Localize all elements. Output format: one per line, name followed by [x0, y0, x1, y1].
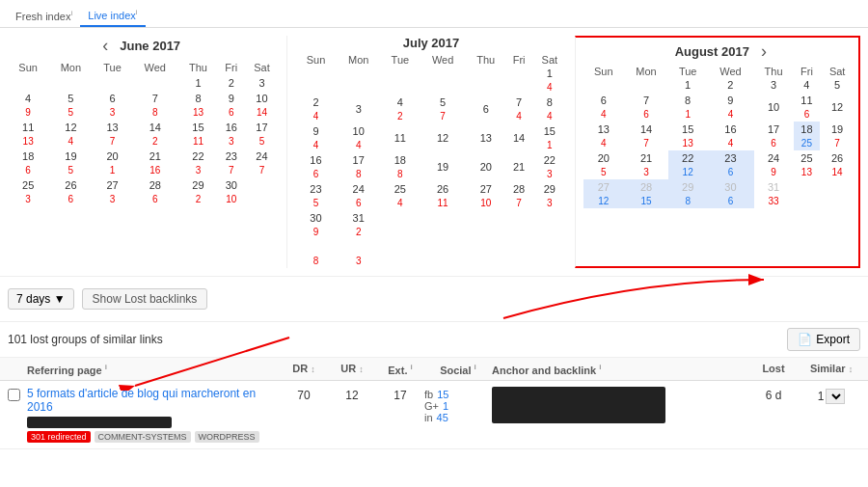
calendar-cell[interactable]: 2: [218, 75, 245, 91]
calendar-cell[interactable]: 6: [466, 95, 505, 123]
calendar-cell[interactable]: 24: [295, 95, 336, 123]
calendar-cell[interactable]: 2513: [794, 150, 821, 179]
calendar-cell[interactable]: 249: [754, 150, 794, 179]
calendar-cell[interactable]: 201: [94, 149, 132, 177]
calendar-cell[interactable]: 13: [466, 123, 505, 152]
calendar-cell[interactable]: 164: [707, 122, 753, 150]
calendar-cell[interactable]: 5: [820, 77, 854, 93]
next-month-btn[interactable]: ›: [757, 41, 771, 62]
export-btn[interactable]: 📄 Export: [787, 328, 860, 351]
calendar-cell[interactable]: 94: [707, 93, 753, 122]
calendar-cell[interactable]: 2116: [132, 149, 178, 177]
calendar-cell[interactable]: 20: [466, 152, 505, 181]
calendar-cell[interactable]: 266: [48, 177, 93, 206]
calendar-cell[interactable]: 287: [505, 181, 532, 210]
calendar-cell[interactable]: 94: [295, 123, 336, 152]
calendar-cell[interactable]: 1: [178, 75, 218, 91]
calendar-cell[interactable]: 104: [337, 123, 381, 152]
calendar-cell[interactable]: 235: [295, 181, 336, 210]
calendar-cell[interactable]: 236: [707, 150, 753, 179]
calendar-cell[interactable]: 2614: [820, 150, 854, 179]
calendar-cell[interactable]: 178: [337, 152, 381, 181]
calendar-cell[interactable]: 223: [532, 152, 567, 181]
calendar-cell[interactable]: 1513: [668, 122, 707, 150]
calendar-cell[interactable]: 237: [218, 149, 245, 177]
calendar-cell[interactable]: 3: [245, 75, 280, 91]
calendar-cell[interactable]: 223: [178, 149, 218, 177]
calendar-cell[interactable]: 254: [381, 181, 420, 210]
calendar-cell[interactable]: 11: [381, 123, 420, 152]
calendar-cell[interactable]: 309: [295, 210, 336, 239]
calendar-cell[interactable]: 1: [668, 77, 707, 93]
calendar-cell[interactable]: 55: [48, 91, 93, 120]
calendar-cell[interactable]: 253: [8, 177, 48, 206]
calendar-cell[interactable]: 10: [754, 93, 794, 122]
calendar-cell[interactable]: 63: [94, 91, 132, 120]
calendar-cell[interactable]: 3010: [218, 177, 245, 206]
calendar-cell[interactable]: 2212: [668, 150, 707, 179]
calendar-cell[interactable]: 116: [794, 93, 821, 122]
calendar-cell[interactable]: 813: [178, 91, 218, 120]
calendar-cell[interactable]: 2712: [583, 179, 624, 208]
calendar-cell[interactable]: 57: [420, 95, 466, 123]
calendar-cell[interactable]: 1014: [245, 91, 280, 120]
calendar-cell[interactable]: 4: [794, 77, 821, 93]
row-checkbox[interactable]: [8, 387, 27, 404]
calendar-cell[interactable]: 74: [505, 95, 532, 123]
calendar-cell[interactable]: 21: [505, 152, 532, 181]
col-ur-header[interactable]: UR ↕: [328, 363, 376, 374]
calendar-cell[interactable]: 96: [218, 91, 245, 120]
calendar-cell[interactable]: 306: [707, 179, 753, 208]
show-lost-btn[interactable]: Show Lost backlinks: [82, 288, 208, 310]
calendar-cell[interactable]: 3: [337, 239, 381, 268]
col-anchor-header[interactable]: Anchor and backlink i: [492, 363, 745, 376]
calendar-cell[interactable]: 2815: [624, 179, 668, 208]
calendar-cell[interactable]: 2710: [466, 181, 505, 210]
calendar-cell[interactable]: 197: [820, 122, 854, 150]
calendar-cell[interactable]: 176: [754, 122, 794, 150]
calendar-cell[interactable]: 1825: [794, 122, 821, 150]
calendar-cell[interactable]: 42: [381, 95, 420, 123]
calendar-cell[interactable]: 137: [94, 120, 132, 149]
calendar-cell[interactable]: 142: [132, 120, 178, 149]
row-title[interactable]: 5 formats d'article de blog qui marchero…: [27, 387, 280, 414]
calendar-cell[interactable]: 147: [624, 122, 668, 150]
calendar-cell[interactable]: 134: [583, 122, 624, 150]
calendar-cell[interactable]: 312: [337, 210, 381, 239]
calendar-cell[interactable]: 151: [532, 123, 567, 152]
calendar-cell[interactable]: 8: [295, 239, 336, 268]
calendar-cell[interactable]: 1113: [8, 120, 48, 149]
calendar-cell[interactable]: 166: [295, 152, 336, 181]
calendar-cell[interactable]: 14: [532, 66, 567, 95]
similar-dropdown[interactable]: ▼: [826, 389, 845, 404]
calendar-cell[interactable]: 186: [8, 149, 48, 177]
calendar-cell[interactable]: 292: [178, 177, 218, 206]
calendar-cell[interactable]: 205: [583, 150, 624, 179]
calendar-cell[interactable]: 78: [132, 91, 178, 120]
calendar-cell[interactable]: 213: [624, 150, 668, 179]
calendar-cell[interactable]: 298: [668, 179, 707, 208]
calendar-cell[interactable]: 195: [48, 149, 93, 177]
calendar-cell[interactable]: 81: [668, 93, 707, 122]
calendar-cell[interactable]: 124: [48, 120, 93, 149]
calendar-cell[interactable]: 246: [337, 181, 381, 210]
calendar-cell[interactable]: 12: [820, 93, 854, 122]
calendar-cell[interactable]: 2611: [420, 181, 466, 210]
calendar-cell[interactable]: 293: [532, 181, 567, 210]
col-ext-header[interactable]: Ext. i: [376, 363, 424, 376]
days-dropdown[interactable]: 7 days ▼: [8, 288, 74, 310]
prev-month-btn[interactable]: ‹: [98, 36, 112, 56]
calendar-cell[interactable]: 175: [245, 120, 280, 149]
calendar-cell[interactable]: 84: [532, 95, 567, 123]
calendar-cell[interactable]: 76: [624, 93, 668, 122]
calendar-cell[interactable]: 3: [754, 77, 794, 93]
calendar-cell[interactable]: 64: [583, 93, 624, 122]
calendar-cell[interactable]: 49: [8, 91, 48, 120]
calendar-cell[interactable]: 273: [94, 177, 132, 206]
calendar-cell[interactable]: 3: [337, 95, 381, 123]
tab-live-index[interactable]: Live indexi: [80, 4, 145, 27]
col-social-header[interactable]: Social i: [424, 363, 492, 376]
calendar-cell[interactable]: 14: [505, 123, 532, 152]
tab-fresh-index[interactable]: Fresh indexi: [8, 5, 80, 26]
calendar-cell[interactable]: 247: [245, 149, 280, 177]
